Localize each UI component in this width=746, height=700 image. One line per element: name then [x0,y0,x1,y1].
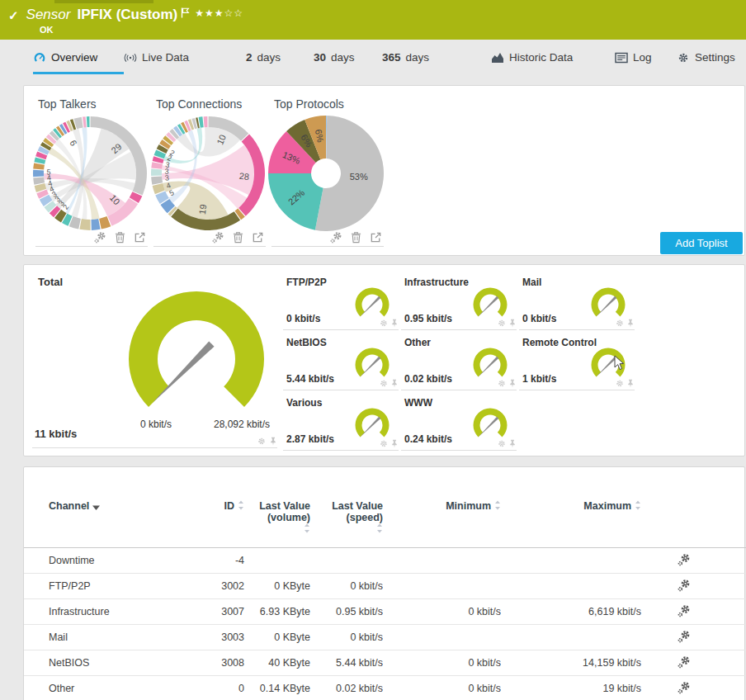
trash-icon[interactable] [350,231,362,244]
gauge-label: WWW [404,397,432,409]
tab-days[interactable]: 365days [382,51,429,64]
add-toplist-button[interactable]: Add Toplist [660,232,743,254]
channel-value: 3007 [193,599,244,625]
settings-gears-icon[interactable] [678,579,691,592]
gear-icon[interactable] [380,316,388,325]
column-header-maximum[interactable]: Maximum [501,492,641,548]
tab-overview[interactable]: Overview [33,51,97,64]
gauge-cell-divider [519,390,635,390]
svg-text:5: 5 [46,168,50,176]
channel-settings-cell [641,599,746,625]
tab-prefix: 2 [246,51,253,64]
pin-icon[interactable] [390,316,399,325]
gear-icon[interactable] [498,316,506,325]
gear-icon[interactable] [380,376,388,385]
gauge-label: Infrastructure [404,277,469,288]
trash-icon[interactable] [114,231,126,244]
chord-diagram[interactable]: 2910623334445 [32,116,148,231]
tab-bar: OverviewLive Data2days30days365daysHisto… [0,40,746,78]
pin-icon[interactable] [390,437,399,446]
gauge-cell-tools [380,437,399,446]
settings-gears-icon[interactable] [94,231,106,244]
tab-settings[interactable]: Settings [677,51,735,64]
channel-value: 5.44 kbit/s [310,650,383,676]
channel-settings-cell [641,650,746,676]
channel-value: 0 kbit/s [383,650,501,676]
channel-name: Other [24,676,193,700]
tab-label: days [257,51,281,64]
svg-text:5: 5 [168,188,175,197]
total-cell-divider [32,447,277,448]
settings-gears-icon[interactable] [330,231,342,244]
pin-icon[interactable] [508,437,517,446]
chord-diagram[interactable]: 1028192233345 [150,116,266,231]
tab-historic-data[interactable]: Historic Data [491,51,573,64]
gauge-value: 0.95 kbit/s [404,313,452,324]
tab-log[interactable]: Log [615,51,652,64]
trash-icon[interactable] [232,231,244,244]
gauge-cell-divider [283,329,399,330]
gear-icon[interactable] [616,376,624,385]
gauge-cell-tools [616,316,635,325]
sort-icon [238,500,244,513]
channel-value [501,548,641,574]
gauge-cell-tools [498,376,517,385]
sensor-header: ✓ Sensor IPFIX (Custom) ★★★☆☆ OK [0,0,746,40]
pin-icon[interactable] [269,434,277,443]
open-external-icon[interactable] [134,231,146,244]
gauge-value: 5.44 kbit/s [286,373,334,385]
settings-gears-icon[interactable] [678,553,691,566]
table-row-infrastructure: Infrastructure30076.93 KByte0.95 kbit/s0… [24,599,746,625]
gauge-cell-tools [498,316,517,325]
column-header-last-value-volume-[interactable]: Last Value (volume) [244,492,310,548]
sort-icon [494,500,501,513]
toplist-cell-top-connections: Top Connections1028192233345 [150,86,266,248]
column-label: Last Value (volume) [244,500,310,523]
settings-gears-icon[interactable] [678,604,691,617]
channel-value: 0 kbit/s [383,599,501,625]
pin-icon[interactable] [508,376,517,385]
gear-icon[interactable] [498,376,506,385]
tab-label: Settings [695,51,735,64]
tab-days[interactable]: 30days [314,51,355,64]
tab-live-data[interactable]: Live Data [124,51,189,64]
gauge-value: 0 kbit/s [522,313,556,324]
gauge-label: Mail [522,277,541,288]
gear-icon[interactable] [498,437,506,446]
toplist-title: Top Talkers [38,97,97,111]
pin-icon[interactable] [390,376,399,385]
tab-prefix: 365 [382,51,401,64]
toplist-divider [35,246,148,247]
open-external-icon[interactable] [370,231,382,244]
channel-value: 0 kbit/s [310,625,383,650]
gear-icon[interactable] [257,434,266,443]
gauge-icon [33,52,46,64]
settings-gears-icon[interactable] [678,681,691,694]
gear-icon [677,52,690,64]
total-gauge-label: Total [38,276,63,288]
table-row-mail: Mail30030 KByte0 kbit/s [24,625,746,650]
settings-gears-icon[interactable] [678,630,691,643]
gear-icon[interactable] [616,316,624,325]
settings-gears-icon[interactable] [212,231,224,244]
flag-icon[interactable] [181,7,190,21]
column-header-minimum[interactable]: Minimum [383,492,501,548]
gauge-cell-other: Other0.02 kbit/s [404,335,517,390]
protocols-donut-chart[interactable]: 53%22%13%6%6% [268,116,384,231]
pin-icon[interactable] [508,316,517,325]
pin-icon[interactable] [626,376,635,385]
column-header-channel[interactable]: Channel [24,492,193,548]
gear-icon[interactable] [380,437,388,446]
tab-label: days [331,51,355,64]
open-external-icon[interactable] [252,231,264,244]
column-header-id[interactable]: ID [193,492,244,548]
channel-value: 0.02 kbit/s [310,676,383,700]
priority-stars[interactable]: ★★★☆☆ [195,7,243,19]
settings-gears-icon[interactable] [678,655,691,669]
tab-days[interactable]: 2days [246,51,281,64]
total-gauge-max: 28,092 kbit/s [207,419,276,430]
column-label: Maximum [583,500,631,512]
sensor-kind-label: Sensor [26,7,71,23]
pin-icon[interactable] [626,316,635,325]
column-header-last-value-speed-[interactable]: Last Value (speed) [310,492,383,548]
